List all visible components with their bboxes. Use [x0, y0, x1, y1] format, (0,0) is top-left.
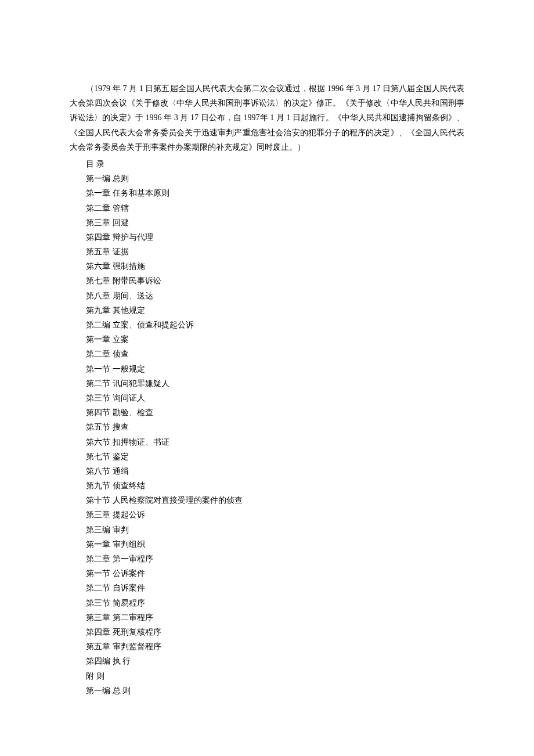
toc-entry: 第七节 鉴定: [70, 449, 464, 464]
toc-entry: 第十节 人民检察院对直接受理的案件的侦查: [70, 493, 464, 507]
intro-paragraph: （1979 年 7 月 1 日第五届全国人民代表大会第二次会议通过，根据 199…: [70, 81, 464, 154]
toc-entry: 第二章 第一审程序: [70, 552, 464, 566]
toc-entry: 第四章 死刑复核程序: [70, 625, 464, 639]
toc-entry: 第一章 立案: [70, 332, 464, 347]
toc-entry: 目 录: [70, 157, 464, 171]
toc-entry: 第四节 勘验、检查: [70, 405, 464, 420]
toc-entry: 第一节 公诉案件: [70, 566, 464, 581]
toc-entry: 第一编 总则: [70, 171, 464, 186]
toc-entry: 第六章 强制措施: [70, 259, 464, 273]
toc-entry: 第八节 通缉: [70, 464, 464, 478]
toc-entry: 第四编 执 行: [70, 654, 464, 668]
toc-entry: 第一章 任务和基本原则: [70, 186, 464, 200]
toc-entry: 第三编 审判: [70, 523, 464, 537]
toc-entry: 第五章 证据: [70, 244, 464, 259]
toc-entry: 第六节 扣押物证、书证: [70, 435, 464, 449]
toc-entry: 第二节 讯问犯罪嫌疑人: [70, 376, 464, 391]
toc-entry: 第二编 立案、侦查和提起公诉: [70, 318, 464, 332]
toc-entry: 第八章 期间、送达: [70, 289, 464, 303]
toc-entry: 第九章 其他规定: [70, 303, 464, 318]
toc-entry: 第五章 审判监督程序: [70, 639, 464, 654]
toc-entry: 第九节 侦查终结: [70, 478, 464, 493]
toc-entry: 第三节 询问证人: [70, 391, 464, 405]
toc-entry: 第二节 自诉案件: [70, 581, 464, 595]
table-of-contents: 目 录第一编 总则第一章 任务和基本原则第二章 管辖第三章 回避第四章 辩护与代…: [70, 157, 464, 698]
toc-entry: 第三章 回避: [70, 215, 464, 230]
toc-entry: 第三章 提起公诉: [70, 507, 464, 522]
toc-entry: 附 则: [70, 669, 464, 683]
toc-entry: 第二章 管辖: [70, 201, 464, 215]
toc-entry: 第三节 简易程序: [70, 596, 464, 610]
toc-entry: 第三章 第二审程序: [70, 610, 464, 625]
toc-entry: 第一章 审判组织: [70, 537, 464, 552]
toc-entry: 第一节 一般规定: [70, 362, 464, 376]
toc-entry: 第一编 总 则: [70, 683, 464, 698]
toc-entry: 第四章 辩护与代理: [70, 230, 464, 244]
toc-entry: 第五节 搜查: [70, 420, 464, 434]
toc-entry: 第二章 侦查: [70, 347, 464, 361]
toc-entry: 第七章 附带民事诉讼: [70, 273, 464, 288]
